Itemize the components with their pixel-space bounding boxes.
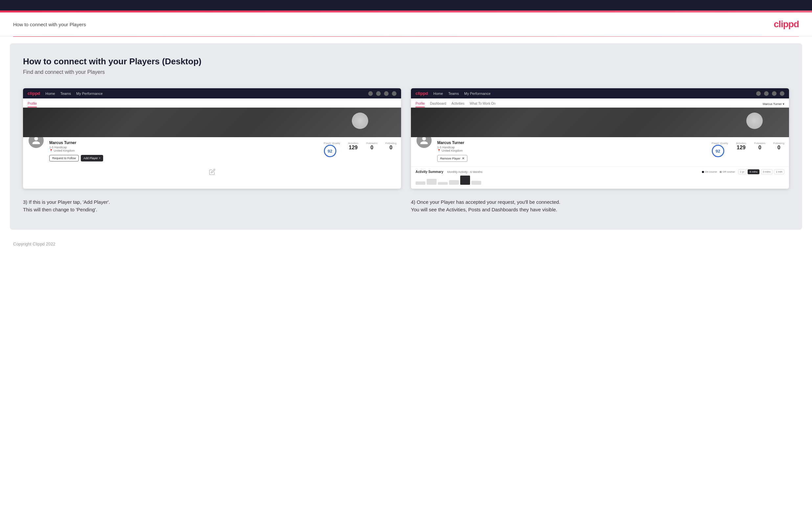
right-stats: Player Quality 92 Activities 129 Followe… [712, 140, 784, 159]
activity-subtitle: Monthly Activity - 6 Months [447, 170, 482, 174]
search-icon[interactable] [368, 91, 373, 96]
period-6mths[interactable]: 6 mths [748, 169, 759, 174]
avatar-icon[interactable] [392, 91, 397, 96]
left-golf-image [23, 108, 401, 137]
right-quality-circle: 92 [712, 145, 724, 157]
add-player-button[interactable]: Add Player + [81, 155, 103, 161]
header-divider [13, 37, 799, 37]
screenshots-row: clippd Home Teams My Performance Profile [23, 88, 789, 189]
tab-what-to-work-on-right[interactable]: What To Work On [470, 100, 496, 107]
footer: Copyright Clippd 2022 [0, 236, 812, 252]
clippd-logo: clippd [774, 19, 799, 30]
left-player-name: Marcus Turner [49, 140, 319, 145]
activity-title: Activity Summary [415, 170, 443, 174]
tab-profile-right[interactable]: Profile [415, 100, 425, 107]
main-subtitle: Find and connect with your Players [23, 69, 789, 75]
right-nav-logo: clippd [415, 91, 428, 96]
screenshot-left: clippd Home Teams My Performance Profile [23, 88, 401, 189]
main-content: How to connect with your Players (Deskto… [10, 43, 802, 230]
screenshot-right: clippd Home Teams My Performance Profile… [411, 88, 789, 189]
left-action-buttons: Request to Follow Add Player + [49, 155, 319, 161]
left-followers-stat: Followers 0 [366, 142, 377, 151]
activity-summary-section: Activity Summary Monthly Activity - 6 Mo… [411, 166, 789, 189]
left-nav-teams: Teams [60, 92, 71, 96]
period-1mth[interactable]: 1 mth [774, 169, 784, 174]
period-buttons: 1 yr 6 mths 3 mths 1 mth [738, 169, 784, 174]
left-nav-bar: clippd Home Teams My Performance [23, 88, 401, 99]
user-icon[interactable] [376, 91, 381, 96]
right-activities-stat: Activities 129 [736, 142, 746, 151]
activity-header: Activity Summary Monthly Activity - 6 Mo… [415, 169, 784, 174]
copyright-text: Copyright Clippd 2022 [13, 241, 55, 246]
right-nav-teams: Teams [448, 92, 459, 96]
tab-activities-right[interactable]: Activities [451, 100, 464, 107]
legend-off-course: Off course [720, 170, 735, 173]
left-tab-bar: Profile [23, 99, 401, 108]
right-avatar-icon[interactable] [780, 91, 784, 96]
left-nav-home: Home [45, 92, 55, 96]
legend-on-course: On course [702, 170, 717, 173]
period-3mths[interactable]: 3 mths [761, 169, 773, 174]
left-nav-logo: clippd [28, 91, 40, 96]
settings-icon[interactable] [384, 91, 389, 96]
left-quality-stat: Player Quality 92 [324, 142, 340, 157]
right-quality-stat: Player Quality 92 [712, 142, 728, 157]
right-profile-section: Marcus Turner 1-5 Handicap 📍 United King… [411, 137, 789, 166]
left-player-handicap: 1-5 Handicap [49, 146, 319, 149]
tab-dashboard-right[interactable]: Dashboard [430, 100, 446, 107]
left-profile-section: Marcus Turner 1-5 Handicap 📍 United King… [23, 137, 401, 166]
right-user-icon[interactable] [764, 91, 769, 96]
left-activities-stat: Activities 129 [348, 142, 358, 151]
main-title: How to connect with your Players (Deskto… [23, 56, 789, 67]
right-following-stat: Following 0 [773, 142, 784, 151]
right-player-location: 📍 United Kingdom [437, 149, 707, 152]
right-player-name: Marcus Turner [437, 140, 707, 145]
right-player-handicap: 1-5 Handicap [437, 146, 707, 149]
left-edit-icon [23, 166, 401, 179]
remove-player-button[interactable]: Remove Player ✕ [437, 155, 467, 162]
right-tab-bar: Profile Dashboard Activities What To Wor… [411, 99, 789, 108]
right-nav-home: Home [433, 92, 443, 96]
descriptions-row: 3) If this is your Player tap, 'Add Play… [23, 199, 789, 213]
right-golf-image [411, 108, 789, 137]
activity-chart [415, 176, 784, 186]
tab-profile-left[interactable]: Profile [28, 100, 37, 107]
top-bar [0, 0, 812, 10]
left-caption: 3) If this is your Player tap, 'Add Play… [23, 199, 401, 213]
marcus-turner-dropdown[interactable]: Marcus Turner ▾ [763, 100, 784, 107]
right-followers-stat: Followers 0 [754, 142, 765, 151]
right-caption-text: 4) Once your Player has accepted your re… [411, 199, 560, 212]
request-to-follow-button[interactable]: Request to Follow [49, 155, 79, 161]
right-settings-icon[interactable] [772, 91, 776, 96]
page-breadcrumb: How to connect with your Players [13, 22, 86, 27]
right-caption: 4) Once your Player has accepted your re… [411, 199, 789, 213]
right-nav-bar: clippd Home Teams My Performance [411, 88, 789, 99]
left-nav-performance: My Performance [76, 92, 103, 96]
left-player-location: 📍 United Kingdom [49, 149, 319, 152]
left-following-stat: Following 0 [385, 142, 397, 151]
left-quality-circle: 92 [324, 145, 336, 157]
right-search-icon[interactable] [756, 91, 761, 96]
period-1yr[interactable]: 1 yr [738, 169, 746, 174]
left-nav-icons [368, 91, 397, 96]
right-nav-icons [756, 91, 784, 96]
activity-legend: On course Off course [702, 170, 735, 173]
left-caption-text: 3) If this is your Player tap, 'Add Play… [23, 199, 110, 212]
header: How to connect with your Players clippd [0, 12, 812, 37]
left-stats: Player Quality 92 Activities 129 Followe… [324, 140, 397, 159]
right-nav-performance: My Performance [464, 92, 491, 96]
right-action-buttons: Remove Player ✕ [437, 155, 707, 162]
